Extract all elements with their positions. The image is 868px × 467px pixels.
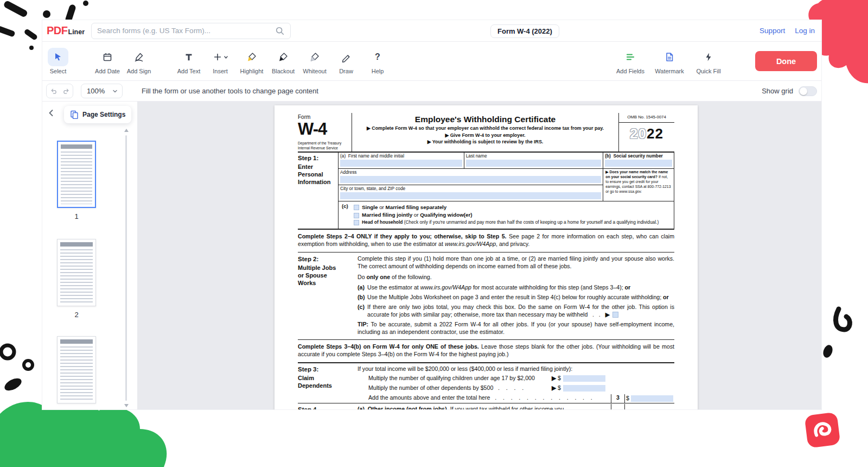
whiteout-tool-button[interactable]: Whiteout bbox=[299, 48, 330, 74]
option-text: Head of household bbox=[362, 219, 403, 225]
zoom-value: 100% bbox=[87, 87, 105, 95]
note-link: www.ssa.gov. bbox=[620, 190, 642, 193]
department-lines: Department of the Treasury Internal Reve… bbox=[298, 141, 348, 150]
pdfliner-app-window: PDF Liner Form W-4 (2022) Support Log in… bbox=[42, 20, 822, 410]
step2-label-col: Step 2: Multiple Jobs or Spouse Works bbox=[298, 255, 358, 336]
ssn-label: (b) Social security number bbox=[605, 153, 672, 159]
step1-sublabel: Information bbox=[298, 179, 338, 186]
filing-option-head-of-household: Head of household (Check only if you're … bbox=[354, 219, 672, 225]
page-thumbnail-2[interactable] bbox=[57, 239, 96, 306]
total-amount-cell: $ bbox=[624, 394, 674, 403]
step2-sublabel: or Spouse bbox=[298, 272, 358, 280]
step3-label: Step 3: bbox=[298, 365, 358, 374]
total-row-text: Add the amounts above and enter the tota… bbox=[358, 394, 611, 403]
first-name-input[interactable] bbox=[340, 160, 462, 167]
pdfliner-logo[interactable]: PDF Liner bbox=[47, 24, 85, 37]
add-fields-button[interactable]: Add Fields bbox=[613, 48, 648, 74]
option-text: (Check only if you're unmarried and pay … bbox=[403, 219, 659, 225]
step3-sublabel: Claim bbox=[298, 375, 358, 382]
zoom-select[interactable]: 100% bbox=[81, 84, 123, 98]
page-thumbnail-3[interactable] bbox=[57, 336, 96, 403]
form-bullet-2: ▶ Give Form W-4 to your employer. bbox=[358, 132, 613, 138]
blackout-tool-button[interactable]: Blackout bbox=[267, 48, 299, 74]
page-thumbnail-1[interactable] bbox=[57, 141, 96, 208]
quick-fill-button[interactable]: Quick Fill bbox=[691, 48, 726, 74]
main-toolbar: Select Add Date Add Sign Add Text bbox=[42, 42, 821, 81]
step4-section: Step 4 (a) Other income (not from jobs).… bbox=[298, 404, 674, 409]
help-button[interactable]: ? Help bbox=[362, 48, 393, 74]
draw-tool-button[interactable]: Draw bbox=[330, 48, 362, 74]
last-name-input[interactable] bbox=[466, 160, 601, 167]
option-text: Married filing jointly bbox=[362, 212, 412, 218]
watermark-button[interactable]: Watermark bbox=[652, 48, 687, 74]
text-bold: only one bbox=[367, 274, 391, 280]
step3-total-input[interactable] bbox=[631, 395, 673, 402]
insert-tool-button[interactable]: Insert bbox=[205, 48, 236, 74]
option-text: Qualifying widow(er) bbox=[420, 212, 472, 218]
dept-line1: Department of the Treasury bbox=[298, 141, 348, 146]
head-of-household-checkbox[interactable] bbox=[354, 220, 359, 225]
step2-section: Step 2: Multiple Jobs or Spouse Works Co… bbox=[298, 253, 674, 339]
tip-text: To be accurate, submit a 2022 Form W-4 f… bbox=[358, 321, 674, 335]
show-grid-group: Show grid bbox=[762, 86, 817, 96]
page-settings-button[interactable]: Page Settings bbox=[64, 106, 131, 123]
step1-label: Step 1: bbox=[298, 154, 338, 162]
page-number-2: 2 bbox=[57, 311, 96, 319]
add-date-tool-button[interactable]: Add Date bbox=[92, 48, 123, 74]
first-name-cell: (a) First name and middle initial bbox=[339, 153, 464, 169]
arrow-glyph: ▶ bbox=[605, 311, 610, 318]
scroll-up-arrow-icon[interactable] bbox=[124, 129, 129, 132]
other-dependents-row: Multiply the number of other dependents … bbox=[358, 384, 674, 392]
option-text: or bbox=[412, 212, 420, 218]
arrow-glyph: ▶ bbox=[552, 375, 556, 382]
page-number-1: 1 bbox=[57, 212, 96, 220]
step3-section: Step 3: Claim Dependents If your total i… bbox=[298, 363, 674, 403]
year-outline: 20 bbox=[630, 125, 647, 142]
city-input[interactable] bbox=[340, 192, 601, 199]
add-text-tool-button[interactable]: Add Text bbox=[173, 48, 205, 74]
show-grid-toggle[interactable] bbox=[799, 86, 817, 96]
ssn-input[interactable] bbox=[605, 160, 672, 167]
login-link[interactable]: Log in bbox=[795, 27, 815, 35]
note-bold: Complete Steps 3–4(b) on Form W-4 for on… bbox=[298, 343, 479, 350]
step2-option-b: (b) Use the Multiple Jobs Worksheet on p… bbox=[358, 294, 674, 301]
option-marker: (b) bbox=[358, 294, 367, 301]
undo-icon[interactable] bbox=[50, 87, 58, 95]
support-link[interactable]: Support bbox=[760, 27, 785, 35]
other-dependents-amount-input[interactable] bbox=[563, 385, 605, 392]
form-bullet-1: ▶ Complete Form W-4 so that your employe… bbox=[358, 125, 613, 131]
add-sign-tool-button[interactable]: Add Sign bbox=[123, 48, 155, 74]
option-marker: (a) bbox=[358, 284, 367, 292]
search-forms-box[interactable] bbox=[91, 23, 291, 39]
step3-sublabel: Dependents bbox=[298, 382, 358, 390]
search-input[interactable] bbox=[97, 27, 275, 35]
thumbnail-content bbox=[60, 242, 93, 247]
address-input[interactable] bbox=[340, 176, 601, 183]
form-title: Employee's Withholding Certificate bbox=[358, 114, 613, 125]
filing-status-options: Single or Married filing separately Marr… bbox=[354, 203, 672, 226]
qualifying-children-amount-input[interactable] bbox=[563, 375, 605, 382]
step2-option-a: (a) Use the estimator at www.irs.gov/W4A… bbox=[358, 284, 674, 292]
chevron-down-icon bbox=[112, 89, 118, 94]
scroll-down-arrow-icon[interactable] bbox=[124, 404, 129, 407]
draw-pen-icon bbox=[341, 52, 352, 62]
dept-line2: Internal Revenue Service bbox=[298, 146, 348, 151]
chevron-down-icon bbox=[224, 55, 228, 60]
dollar-sign: $ bbox=[626, 395, 629, 402]
line-number: 3 bbox=[611, 394, 624, 403]
select-tool-button[interactable]: Select bbox=[42, 48, 74, 74]
calendar-icon bbox=[102, 52, 113, 62]
current-form-title-badge: Form W-4 (2022) bbox=[490, 24, 559, 38]
scrollbar-track[interactable] bbox=[125, 135, 127, 401]
sidebar-scrollbar[interactable] bbox=[124, 129, 129, 407]
step2-sublabel: Works bbox=[298, 280, 358, 287]
redo-icon[interactable] bbox=[62, 87, 70, 95]
collapse-sidebar-button[interactable] bbox=[48, 109, 54, 119]
page-settings-label: Page Settings bbox=[82, 111, 125, 118]
married-jointly-checkbox[interactable] bbox=[354, 213, 359, 218]
done-button[interactable]: Done bbox=[755, 51, 817, 71]
two-jobs-checkbox[interactable] bbox=[612, 312, 618, 318]
ssn-cell: (b) Social security number bbox=[603, 153, 674, 169]
single-checkbox[interactable] bbox=[354, 205, 359, 210]
highlight-tool-button[interactable]: Highlight bbox=[236, 48, 267, 74]
